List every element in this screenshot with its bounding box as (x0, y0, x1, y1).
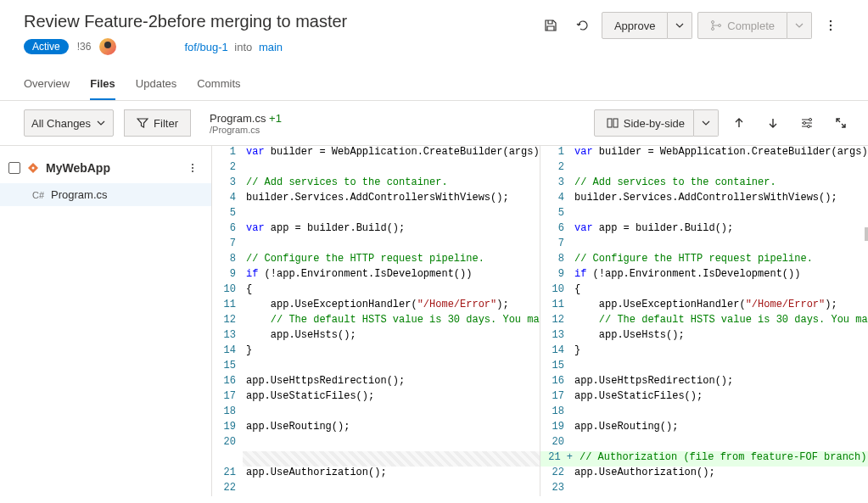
code-line[interactable]: 3// Add services to the container. (540, 176, 868, 192)
code-line[interactable]: 15 (212, 360, 540, 375)
code-line[interactable]: 6var app = builder.Build(); (212, 222, 540, 238)
line-number: 18 (212, 405, 243, 421)
code-line[interactable]: 10{ (212, 283, 540, 299)
code-line[interactable]: 2 (540, 161, 868, 176)
code-content: app.UseAuthorization(); (243, 467, 540, 482)
code-line[interactable]: 16app.UseHttpsRedirection(); (212, 375, 540, 390)
code-line[interactable]: 15 (540, 360, 868, 375)
line-number: 17 (540, 390, 571, 405)
avatar[interactable] (99, 38, 116, 55)
line-number: 8 (540, 253, 571, 268)
approve-dropdown-button[interactable] (668, 12, 692, 39)
line-number: 23 (540, 482, 571, 496)
code-line[interactable]: 10{ (540, 283, 868, 299)
code-line[interactable]: 20 (540, 436, 868, 451)
code-content (571, 436, 868, 451)
code-line[interactable]: 1var builder = WebApplication.CreateBuil… (540, 146, 868, 161)
pr-title: Review Feature-2before merging to master (24, 12, 537, 31)
code-content (243, 482, 540, 496)
tab-files[interactable]: Files (90, 69, 115, 100)
code-line[interactable]: 4builder.Services.AddControllersWithView… (540, 192, 868, 207)
select-all-checkbox[interactable] (8, 162, 20, 174)
code-line[interactable]: 13 app.UseHsts(); (540, 329, 868, 344)
filter-button[interactable]: Filter (124, 109, 191, 137)
code-line[interactable]: 18 (540, 405, 868, 421)
code-line[interactable]: 13 app.UseHsts(); (212, 329, 540, 344)
code-line[interactable]: 5 (212, 207, 540, 222)
repo-name[interactable]: MyWebApp (46, 161, 176, 175)
svg-point-10 (808, 126, 810, 128)
code-line[interactable]: 19app.UseRouting(); (540, 421, 868, 436)
code-line[interactable]: 3// Add services to the container. (212, 176, 540, 192)
code-line[interactable]: 18 (212, 405, 540, 421)
tab-updates[interactable]: Updates (136, 69, 176, 100)
source-branch-link[interactable]: fof/bug-1 (184, 41, 227, 53)
code-line[interactable]: 14} (540, 344, 868, 360)
code-line[interactable]: 21 +// Authorization (file from feature-… (540, 451, 868, 467)
code-content (243, 238, 540, 253)
code-line[interactable]: 22 (212, 482, 540, 496)
all-changes-dropdown[interactable]: All Changes (24, 109, 114, 137)
next-diff-button[interactable] (759, 109, 787, 137)
code-content (571, 207, 868, 222)
code-content: } (243, 344, 540, 360)
undo-icon-button[interactable] (569, 12, 596, 39)
diff-right-pane[interactable]: 1var builder = WebApplication.CreateBuil… (540, 146, 868, 496)
view-mode-button[interactable]: Side-by-side (594, 109, 694, 137)
more-actions-button[interactable] (817, 12, 844, 39)
code-line[interactable]: 22app.UseAuthorization(); (540, 467, 868, 482)
fullscreen-button[interactable] (827, 109, 854, 137)
code-line[interactable]: 17app.UseStaticFiles(); (212, 390, 540, 405)
code-line[interactable]: 5 (540, 207, 868, 222)
tree-item[interactable]: C#Program.cs (0, 183, 211, 206)
code-line[interactable]: 17app.UseStaticFiles(); (540, 390, 868, 405)
code-line[interactable]: 8// Configure the HTTP request pipeline. (212, 253, 540, 268)
target-branch-link[interactable]: main (259, 41, 283, 53)
filter-icon (137, 117, 148, 129)
save-icon-button[interactable] (537, 12, 564, 39)
code-line[interactable]: 9if (!app.Environment.IsDevelopment()) (212, 268, 540, 283)
line-number: 2 (540, 161, 571, 176)
tree-more-button[interactable] (182, 158, 203, 178)
more-vertical-icon (824, 19, 837, 32)
line-number: 15 (540, 360, 571, 375)
code-content: // Add services to the container. (243, 176, 540, 192)
current-file-path: /Program.cs (210, 125, 282, 135)
code-line[interactable]: 11 app.UseExceptionHandler("/Home/Error"… (540, 299, 868, 314)
code-line[interactable]: 12 // The default HSTS value is 30 days.… (540, 314, 868, 329)
code-line[interactable]: 1var builder = WebApplication.CreateBuil… (212, 146, 540, 161)
code-line[interactable]: 6var app = builder.Build(); (540, 222, 868, 238)
code-line[interactable]: 2 (212, 161, 540, 176)
code-line[interactable]: 14} (212, 344, 540, 360)
pr-id: !36 (77, 41, 92, 53)
complete-button[interactable]: Complete (697, 12, 787, 39)
settings-button[interactable] (793, 109, 820, 137)
code-line[interactable]: 16app.UseHttpsRedirection(); (540, 375, 868, 390)
approve-button[interactable]: Approve (602, 12, 668, 39)
code-line[interactable]: 8// Configure the HTTP request pipeline. (540, 253, 868, 268)
code-line[interactable]: 7 (540, 238, 868, 253)
code-content (571, 405, 868, 421)
svg-point-14 (192, 170, 193, 172)
code-line[interactable]: 4builder.Services.AddControllersWithView… (212, 192, 540, 207)
code-content: // The default HSTS value is 30 days. Yo… (243, 314, 540, 329)
tab-overview[interactable]: Overview (24, 69, 70, 100)
diff-left-pane[interactable]: 1var builder = WebApplication.CreateBuil… (212, 146, 540, 496)
line-number: 14 (540, 344, 571, 360)
svg-point-11 (32, 167, 35, 170)
tab-commits[interactable]: Commits (197, 69, 240, 100)
code-line[interactable]: 23 (540, 482, 868, 496)
line-number: 4 (212, 192, 243, 207)
code-line[interactable]: 7 (212, 238, 540, 253)
code-line[interactable]: 21app.UseAuthorization(); (212, 467, 540, 482)
view-mode-dropdown[interactable] (694, 109, 719, 137)
complete-dropdown-button[interactable] (787, 12, 812, 39)
code-line[interactable]: 19app.UseRouting(); (212, 421, 540, 436)
prev-diff-button[interactable] (725, 109, 753, 137)
code-line[interactable]: 11 app.UseExceptionHandler("/Home/Error"… (212, 299, 540, 314)
line-number: 7 (540, 238, 571, 253)
code-line[interactable]: 9if (!app.Environment.IsDevelopment()) (540, 268, 868, 283)
code-line[interactable] (212, 451, 540, 467)
code-line[interactable]: 20 (212, 436, 540, 451)
code-line[interactable]: 12 // The default HSTS value is 30 days.… (212, 314, 540, 329)
